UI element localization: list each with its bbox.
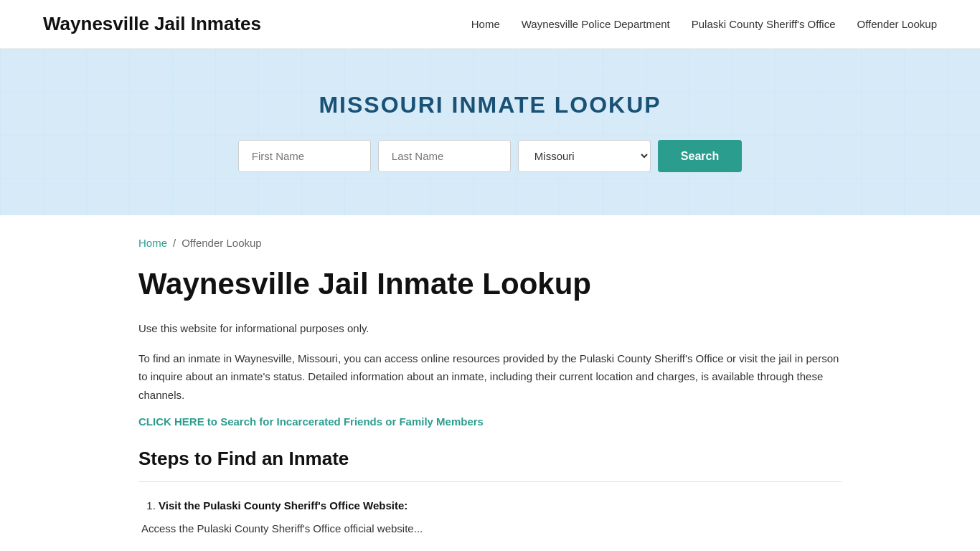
breadcrumb-separator: / [173,237,176,249]
search-form: Missouri Alabama Alaska Arizona Arkansas… [14,140,966,172]
nav-offender[interactable]: Offender Lookup [857,18,937,30]
description-para-1: Use this website for informational purpo… [138,319,842,338]
search-button[interactable]: Search [658,140,742,172]
steps-list: Visit the Pulaski County Sheriff's Offic… [138,496,842,515]
step-1-bold: Visit the Pulaski County Sheriff's Offic… [159,499,407,512]
breadcrumb-current: Offender Lookup [182,237,261,249]
breadcrumb-home[interactable]: Home [138,237,167,249]
main-nav: Home Waynesville Police Department Pulas… [471,18,937,30]
step-subtext: Access the Pulaski County Sheriff's Offi… [141,519,842,538]
nav-sheriff[interactable]: Pulaski County Sheriff's Office [692,18,836,30]
step-1: Visit the Pulaski County Sheriff's Offic… [159,496,842,515]
main-content: Home / Offender Lookup Waynesville Jail … [95,215,885,551]
last-name-input[interactable] [378,140,511,172]
state-select[interactable]: Missouri Alabama Alaska Arizona Arkansas… [518,140,651,172]
site-header: Waynesville Jail Inmates Home Waynesvill… [0,0,980,49]
description-para-2: To find an inmate in Waynesville, Missou… [138,349,842,405]
page-title: Waynesville Jail Inmate Lookup [138,266,842,302]
divider [138,481,842,482]
hero-title: MISSOURI INMATE LOOKUP [14,92,966,118]
nav-home[interactable]: Home [471,18,500,30]
steps-heading: Steps to Find an Inmate [138,448,842,470]
first-name-input[interactable] [238,140,371,172]
hero-section: MISSOURI INMATE LOOKUP Missouri Alabama … [0,49,980,215]
breadcrumb: Home / Offender Lookup [138,237,842,249]
cta-link[interactable]: CLICK HERE to Search for Incarcerated Fr… [138,415,484,428]
site-logo[interactable]: Waynesville Jail Inmates [43,13,261,35]
nav-police[interactable]: Waynesville Police Department [522,18,670,30]
